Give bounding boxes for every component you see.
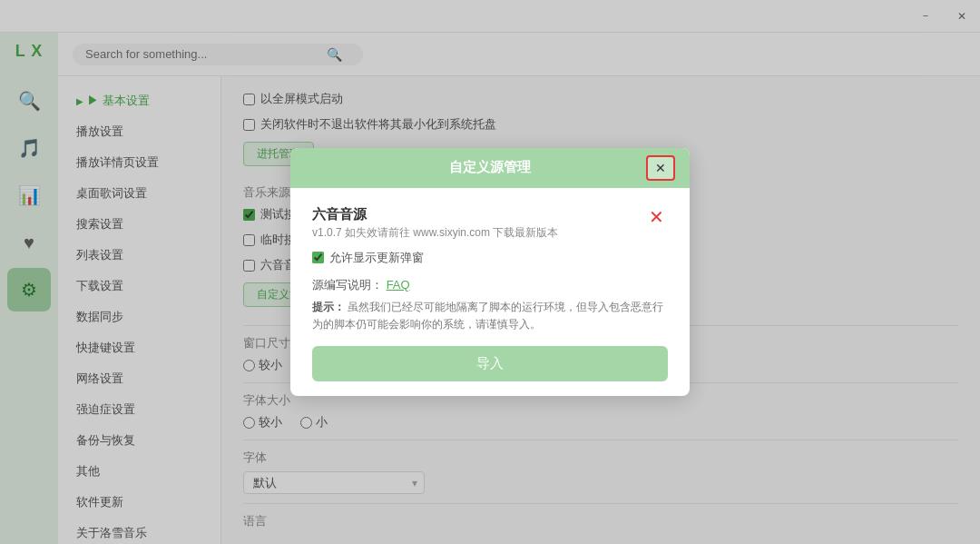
allow-update-label: 允许显示更新弹窗 [329,250,424,266]
warning-text: 提示： 虽然我们已经尽可能地隔离了脚本的运行环境，但导入包含恶意行为的脚本仍可能… [312,299,668,333]
modal-dialog: 自定义源管理 ✕ 六音音源 v1.0.7 如失效请前往 www.sixyin.c… [290,148,690,396]
source-delete-button[interactable]: ✕ [645,206,668,228]
allow-update-row: 允许显示更新弹窗 [312,250,668,266]
faq-link[interactable]: FAQ [387,278,410,292]
source-version: v1.0.7 如失效请前往 www.sixyin.com 下载最新版本 [312,225,645,241]
import-button[interactable]: 导入 [312,346,668,381]
allow-update-checkbox[interactable] [312,252,324,263]
warning-content: 虽然我们已经尽可能地隔离了脚本的运行环境，但导入包含恶意行为的脚本仍可能会影响你… [312,301,663,331]
faq-label: 源编写说明： [312,278,383,292]
modal-header: 自定义源管理 ✕ [290,148,690,188]
modal-body: 六音音源 v1.0.7 如失效请前往 www.sixyin.com 下载最新版本… [290,188,690,396]
modal-close-button[interactable]: ✕ [646,155,675,181]
faq-row: 源编写说明： FAQ [312,277,668,293]
modal-overlay: 自定义源管理 ✕ 六音音源 v1.0.7 如失效请前往 www.sixyin.c… [0,0,980,544]
source-row: 六音音源 v1.0.7 如失效请前往 www.sixyin.com 下载最新版本… [312,206,668,241]
modal-title: 自定义源管理 [334,159,646,176]
source-name: 六音音源 [312,206,645,223]
source-info: 六音音源 v1.0.7 如失效请前往 www.sixyin.com 下载最新版本 [312,206,645,241]
warning-title: 提示： [312,301,345,313]
